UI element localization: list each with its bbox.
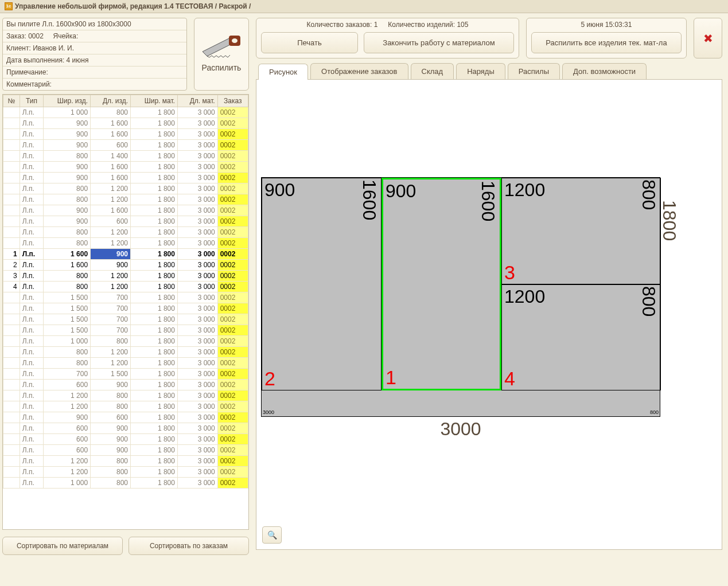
col-header[interactable]: Дл. мат. <box>177 95 217 107</box>
table-row[interactable]: Л.п.9001 6001 8003 0000002 <box>3 129 248 140</box>
table-row[interactable]: Л.п.6009001 8003 0000002 <box>3 380 248 390</box>
window-title: Управление небольшой фирмой, редакция 1.… <box>15 2 251 10</box>
table-row[interactable]: Л.п.8001 2001 8003 0000002 <box>3 194 248 205</box>
table-row[interactable]: 1Л.п.1 6009001 8003 0000002 <box>3 249 248 260</box>
info-line: Заказ: 0002 Ячейка: <box>3 30 186 42</box>
piece-width: 900 <box>264 179 295 201</box>
table-row[interactable]: Л.п.8001 2001 8003 0000002 <box>3 227 248 238</box>
col-header[interactable]: Заказ <box>217 95 248 107</box>
piece-number: 1 <box>386 366 396 389</box>
table-row[interactable]: Л.п.1 2008001 8003 0000002 <box>3 467 248 478</box>
table-row[interactable]: Л.п.1 5007001 8003 0000002 <box>3 314 248 325</box>
cut-piece[interactable]: 12008003 <box>501 178 661 284</box>
table-row[interactable]: Л.п.1 5007001 8003 0000002 <box>3 292 248 303</box>
mat-dim-label: 800 <box>650 409 659 415</box>
sort-by-order-button[interactable]: Сортировать по заказам <box>129 537 249 555</box>
piece-number: 2 <box>264 368 275 390</box>
table-row[interactable]: Л.п.9001 6001 8003 0000002 <box>3 173 248 183</box>
info-line: Клиент: Иванов И. И. <box>3 42 186 54</box>
close-icon: ✖ <box>703 32 713 45</box>
table-row[interactable]: 4Л.п.8001 2001 8003 0000002 <box>3 282 248 292</box>
tab[interactable]: Отображение заказов <box>310 63 408 79</box>
tab[interactable]: Рисунок <box>258 64 308 80</box>
piece-height: 1600 <box>359 179 380 220</box>
print-button[interactable]: Печать <box>261 32 358 53</box>
col-header[interactable]: № <box>3 95 20 107</box>
col-header[interactable]: Шир. изд. <box>44 95 91 107</box>
col-header[interactable]: Шир. мат. <box>131 95 178 107</box>
info-line: Дата выполнения: 4 июня <box>3 54 186 67</box>
tab-bar: РисунокОтображение заказовСкладНарядыРас… <box>256 63 722 80</box>
table-row[interactable]: Л.п.6009001 8003 0000002 <box>3 423 248 434</box>
cut-all-button[interactable]: Распилить все изделия тек. мат-ла <box>531 32 682 53</box>
piece-height: 1600 <box>477 181 499 221</box>
table-row[interactable]: Л.п.1 0008001 8003 0000002 <box>3 478 248 489</box>
table-row[interactable]: Л.п.6009001 8003 0000002 <box>3 445 248 456</box>
total-height-label: 1800 <box>659 200 680 241</box>
zoom-reset-button[interactable]: 🔍 <box>262 526 282 544</box>
sort-by-material-button[interactable]: Сортировать по материалам <box>2 537 123 555</box>
info-panel: Вы пилите Л.п. 1600x900 из 1800x3000 Зак… <box>2 18 187 91</box>
table-row[interactable]: 2Л.п.1 6009001 8003 0000002 <box>3 260 248 271</box>
table-row[interactable]: Л.п.8001 2001 8003 0000002 <box>3 183 248 194</box>
table-row[interactable]: Л.п.9001 6001 8003 0000002 <box>3 205 248 216</box>
table-row[interactable]: Л.п.6009001 8003 0000002 <box>3 434 248 445</box>
tab[interactable]: Склад <box>411 63 454 79</box>
cut-button-label: Распилить <box>202 63 242 75</box>
items-count: Количество изделий: 105 <box>388 21 468 29</box>
saw-icon <box>201 34 242 63</box>
title-bar: 1c Управление небольшой фирмой, редакция… <box>0 0 728 13</box>
col-header[interactable]: Тип <box>20 95 43 107</box>
cut-piece[interactable]: 90016001 <box>381 178 501 390</box>
table-row[interactable]: Л.п.9006001 8003 0000002 <box>3 140 248 151</box>
table-row[interactable]: Л.п.9006001 8003 0000002 <box>3 412 248 423</box>
status-panel: Количество заказов: 1 Количество изделий… <box>256 18 519 58</box>
table-row[interactable]: Л.п.7001 5001 8003 0000002 <box>3 369 248 380</box>
info-line: Комментарий: <box>3 79 186 90</box>
total-width-label: 3000 <box>440 419 481 440</box>
tab[interactable]: Наряды <box>456 63 505 79</box>
tab[interactable]: Распилы <box>508 63 560 79</box>
mat-dim-label: 3000 <box>263 409 274 415</box>
cut-button[interactable]: Распилить <box>194 18 249 91</box>
orders-count: Количество заказов: 1 <box>307 21 378 29</box>
piece-height: 800 <box>638 179 659 210</box>
col-header[interactable]: Дл. изд. <box>91 95 131 107</box>
piece-number: 4 <box>504 368 515 390</box>
table-row[interactable]: 3Л.п.8001 2001 8003 0000002 <box>3 271 248 282</box>
piece-width: 1200 <box>504 179 545 201</box>
table-row[interactable]: Л.п.1 0008001 8003 0000002 <box>3 107 248 118</box>
items-table[interactable]: №ТипШир. изд.Дл. изд.Шир. мат.Дл. мат.За… <box>2 94 249 530</box>
table-row[interactable]: Л.п.8001 2001 8003 0000002 <box>3 358 248 369</box>
cut-piece[interactable]: 12008004 <box>501 284 661 390</box>
cut-piece[interactable]: 90016002 <box>262 178 381 390</box>
datetime-label: 5 июня 15:03:31 <box>581 18 632 32</box>
piece-height: 800 <box>638 286 659 317</box>
material-sheet: 3000 800 9001600290016001120080031200800… <box>261 177 660 417</box>
app-icon: 1c <box>5 2 13 10</box>
tab[interactable]: Доп. возможности <box>562 63 647 79</box>
close-button[interactable]: ✖ <box>694 18 722 58</box>
finish-material-button[interactable]: Закончить работу с материалом <box>364 32 514 53</box>
date-panel: 5 июня 15:03:31 Распилить все изделия те… <box>526 18 687 58</box>
table-row[interactable]: Л.п.1 5007001 8003 0000002 <box>3 303 248 314</box>
info-line: Вы пилите Л.п. 1600x900 из 1800x3000 <box>3 18 186 30</box>
table-row[interactable]: Л.п.8001 2001 8003 0000002 <box>3 238 248 249</box>
piece-width: 900 <box>386 181 416 202</box>
table-row[interactable]: Л.п.8001 2001 8003 0000002 <box>3 347 248 358</box>
table-row[interactable]: Л.п.9006001 8003 0000002 <box>3 216 248 227</box>
svg-point-2 <box>232 38 238 43</box>
layout-canvas[interactable]: 3000 800 9001600290016001120080031200800… <box>256 80 722 550</box>
info-line: Примечание: <box>3 67 186 79</box>
table-row[interactable]: Л.п.1 2008001 8003 0000002 <box>3 390 248 401</box>
table-row[interactable]: Л.п.1 0008001 8003 0000002 <box>3 336 248 347</box>
table-row[interactable]: Л.п.9001 6001 8003 0000002 <box>3 162 248 173</box>
table-row[interactable]: Л.п.1 2008001 8003 0000002 <box>3 456 248 467</box>
zoom-out-icon: 🔍 <box>267 530 277 540</box>
table-row[interactable]: Л.п.1 5007001 8003 0000002 <box>3 325 248 336</box>
table-row[interactable]: Л.п.9001 6001 8003 0000002 <box>3 118 248 129</box>
piece-number: 3 <box>504 261 515 284</box>
table-row[interactable]: Л.п.1 2008001 8003 0000002 <box>3 401 248 412</box>
piece-width: 1200 <box>504 286 545 307</box>
table-row[interactable]: Л.п.8001 4001 8003 0000002 <box>3 151 248 162</box>
